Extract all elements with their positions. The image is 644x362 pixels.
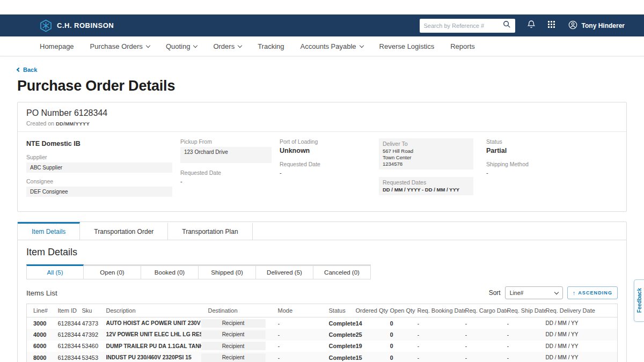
search-icon[interactable] xyxy=(503,20,511,31)
column-header-req-cargo-date: Req. Cargo Date xyxy=(465,304,507,317)
cell-line: 4000 xyxy=(27,329,58,341)
column-header-destination: Destination xyxy=(201,304,278,317)
brand-logo[interactable]: C.H. ROBINSON xyxy=(40,19,114,32)
column-header-req-ship-date: Req. Ship Date xyxy=(507,304,546,317)
chevron-down-icon xyxy=(146,43,150,47)
cell-req-cargo-date: - xyxy=(465,317,507,329)
pickup-column: Pickup From 123 Orchard Drive Requested … xyxy=(180,138,280,203)
pickup-requested-value: - xyxy=(180,178,280,184)
cell-open-qty: 0 xyxy=(390,329,418,341)
sort-select-value: Line# xyxy=(510,290,524,296)
filter-tab-shipped-0[interactable]: Shipped (0) xyxy=(199,264,256,279)
pickup-value: 123 Orchard Drive xyxy=(180,147,272,163)
deliver-address-line: 567 Hill Road xyxy=(383,148,470,154)
cell-status: Complete xyxy=(329,341,356,352)
column-header-status: Status xyxy=(329,304,356,317)
cell-item-id: 6128344 xyxy=(58,341,82,352)
nav-item-orders[interactable]: Orders xyxy=(213,42,241,50)
sort-select[interactable]: Line# xyxy=(505,286,563,299)
cell-line: 3000 xyxy=(27,317,58,329)
deliver-address-line: 1234578 xyxy=(383,161,470,167)
nav-item-reverse-logistics[interactable]: Reverse Logistics xyxy=(379,42,435,50)
deliver-column: Deliver To 567 Hill Road Town Center 123… xyxy=(379,138,486,203)
order-type: NTE Domestic IB xyxy=(26,140,180,147)
search-input[interactable] xyxy=(424,23,503,29)
cell-req-cargo-date: - xyxy=(465,341,507,352)
cell-status: Complete xyxy=(329,317,356,329)
person-circle-icon xyxy=(568,20,577,31)
cell-open-qty: 0 xyxy=(390,352,418,362)
nav-item-purchase-orders[interactable]: Purchase Orders xyxy=(90,42,150,50)
nav-item-label: Quoting xyxy=(166,42,191,50)
nav-item-label: Reverse Logistics xyxy=(379,42,435,50)
table-row: 8000612834453453INDUST PU 230/460V 2320P… xyxy=(27,352,618,362)
apps-button[interactable] xyxy=(547,20,555,31)
nav-item-label: Reports xyxy=(450,42,475,50)
nav-item-label: Orders xyxy=(213,42,235,50)
feedback-button[interactable]: Feedback xyxy=(634,279,644,322)
po-summary-card: PO Number 6128344 Created on DD/MM/YYYY … xyxy=(17,102,627,212)
tab-transportation-plan[interactable]: Transportation Plan xyxy=(168,222,252,240)
cell-destination: Recipient xyxy=(201,317,278,329)
nav-item-homepage[interactable]: Homepage xyxy=(40,42,74,50)
port-column: Port of Loading Unknown Requested Date - xyxy=(280,138,379,203)
grid-dots-icon xyxy=(547,20,555,31)
filter-tab-delivered-5[interactable]: Delivered (5) xyxy=(256,264,313,279)
tab-item-details[interactable]: Item Details xyxy=(18,222,80,240)
shipping-method-label: Shipping Method xyxy=(486,161,618,167)
back-button[interactable]: Back xyxy=(17,67,37,73)
filter-tab-all-5[interactable]: All (5) xyxy=(26,264,84,279)
cell-ordered-qty: 19 xyxy=(356,341,390,352)
status-label: Status xyxy=(486,138,618,145)
nav-item-tracking[interactable]: Tracking xyxy=(258,42,284,50)
cell-ordered-qty: 15 xyxy=(356,352,390,362)
reference-search xyxy=(420,19,515,33)
filter-tab-booked-0[interactable]: Booked (0) xyxy=(141,264,199,279)
user-menu[interactable]: Tony Hinderer xyxy=(568,20,625,31)
column-header-sku: Sku xyxy=(82,304,106,317)
table-row: 3000612834447373AUTO HOIST AC POWER UNIT… xyxy=(27,317,618,329)
chevron-left-icon xyxy=(17,68,21,72)
cell-req-booking-date: - xyxy=(418,341,465,352)
nav-item-reports[interactable]: Reports xyxy=(450,42,475,50)
destination-value: Recipient xyxy=(201,330,266,339)
parties-column: NTE Domestic IB Supplier ABC Supplier Co… xyxy=(26,138,180,203)
po-info-grid: NTE Domestic IB Supplier ABC Supplier Co… xyxy=(18,132,626,211)
cell-req-delivery-date: DD / MM / YY xyxy=(546,317,618,329)
pickup-requested-label: Requested Date xyxy=(180,169,280,176)
port-value: Unknown xyxy=(280,147,379,154)
cell-destination: Recipient xyxy=(201,341,278,352)
cell-item-id: 6128344 xyxy=(58,329,82,341)
cell-mode: - xyxy=(278,317,329,329)
cell-description: 12V POWER UNIT ELEC LHL LG RES xyxy=(106,329,201,341)
destination-value: Recipient xyxy=(201,353,266,362)
details-tabs-card: Item DetailsTransportation OrderTranspor… xyxy=(17,221,627,362)
items-list-title: Items List xyxy=(26,289,57,297)
nav-item-quoting[interactable]: Quoting xyxy=(166,42,197,50)
chevron-down-icon xyxy=(359,43,363,47)
cell-req-delivery-date: DD / MM / YY xyxy=(546,352,618,362)
deliver-requested-value: DD / MM / YYYY - DD / MM / YYY xyxy=(383,187,470,193)
pickup-label: Pickup From xyxy=(180,138,280,145)
cell-req-ship-date: - xyxy=(507,317,546,329)
filter-tab-canceled-0[interactable]: Canceled (0) xyxy=(313,264,371,279)
cell-item-id: 6128344 xyxy=(58,352,82,362)
notifications-button[interactable] xyxy=(527,20,536,31)
tab-transportation-order[interactable]: Transportation Order xyxy=(80,222,168,240)
sort-direction-button[interactable]: ↑ ASCENDING xyxy=(567,286,618,299)
section-title: Item Details xyxy=(26,247,618,258)
cell-open-qty: 0 xyxy=(390,341,418,352)
cell-line: 8000 xyxy=(27,352,58,362)
filter-tab-open-0[interactable]: Open (0) xyxy=(84,264,141,279)
chevron-down-icon xyxy=(554,290,558,294)
feedback-label: Feedback xyxy=(636,288,642,313)
cell-mode: - xyxy=(278,329,329,341)
nav-item-label: Tracking xyxy=(258,42,284,50)
nav-item-accounts-payable[interactable]: Accounts Payable xyxy=(301,42,363,50)
destination-value: Recipient xyxy=(201,342,266,350)
consignee-value: DEF Consignee xyxy=(26,187,172,197)
created-on: Created on DD/MM/YYYY xyxy=(26,120,618,127)
port-requested-value: - xyxy=(280,169,379,176)
cell-open-qty: 0 xyxy=(390,317,418,329)
main-nav: HomepagePurchase OrdersQuotingOrdersTrac… xyxy=(0,36,644,56)
